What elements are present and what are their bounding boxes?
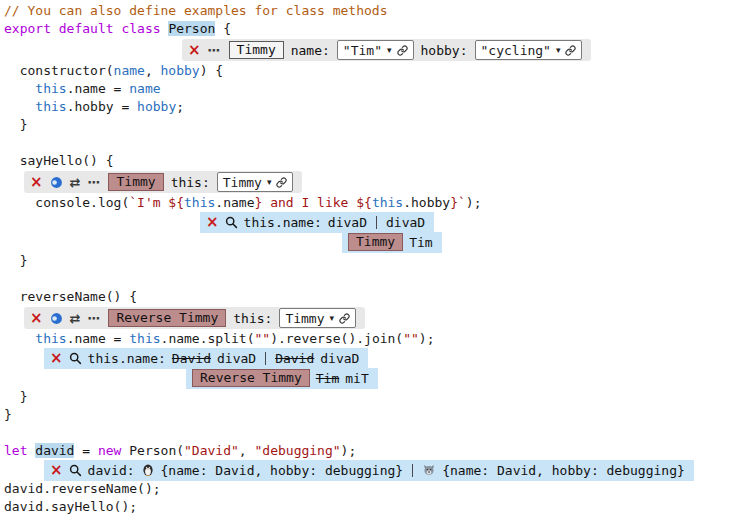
close-button[interactable]: × [30,175,43,190]
code-token: .hobby = [67,99,137,114]
search-icon[interactable] [69,464,82,477]
code-token: export default class [4,21,168,36]
close-button[interactable]: × [188,43,201,58]
code-line: } [4,252,749,270]
code-token: "debugging" [255,443,341,458]
code-token [4,81,35,96]
dropdown-value: Timmy [223,175,262,190]
code-token: "David" [184,443,239,458]
example-chip[interactable]: Reverse Timmy [192,369,310,387]
param-label: name: [291,43,330,58]
more-button[interactable]: ⋯ [208,44,222,57]
code-token: .name.split( [161,331,255,346]
blank-line [4,134,749,152]
code-token: , [145,63,161,78]
link-icon[interactable] [565,45,576,56]
link-icon[interactable] [339,313,350,324]
link-icon[interactable] [276,177,287,188]
probe-value: divaD [217,351,256,366]
probe-widget: ×this.name:divaDdivaD [200,212,434,233]
probe-value: {name: David, hobby: debugging} [161,463,404,478]
code-token [4,99,35,114]
probe-row: ×this.name:divaDdivaD [200,212,749,232]
probe-value: miT [345,371,368,386]
code-token: } and I like ${ [254,195,371,210]
toggle-button[interactable] [50,176,63,189]
code-token: .hobby [403,195,450,210]
code-token: }` [450,195,466,210]
swap-button[interactable]: ⇄ [70,176,81,189]
code-line: david.sayHello(); [4,498,749,516]
code-token: hobby [137,99,176,114]
dropdown-value: "Tim" [343,43,382,58]
code-token: "" [403,331,419,346]
example-widget: ×⇄⋯Reverse Timmythis:Timmy▾ [24,307,365,329]
code-line: david.reverseName(); [4,480,749,498]
code-token: ); [466,195,482,210]
probe-value: {name: David, hobby: debugging} [442,463,685,478]
chevron-down-icon: ▾ [387,45,392,55]
code-token: , [239,443,255,458]
code-token [4,331,35,346]
code-token: hobby [161,63,200,78]
code-token: ).reverse().join( [270,331,403,346]
dropdown-value: "cycling" [481,43,551,58]
code-token: david.reverseName(); [4,481,161,496]
probe-widget: ×this.name:DaviddivaDDaviddivaD [44,348,368,369]
toggle-button[interactable] [50,312,63,325]
close-button[interactable]: × [50,463,63,478]
code-token: { [215,21,231,36]
probe-sub-widget: Reverse TimmyTimmiT [186,368,378,389]
search-icon[interactable] [69,352,82,365]
code-token: ); [419,331,435,346]
code-token: } [4,407,12,422]
example-chip[interactable]: Reverse Timmy [108,309,226,327]
code-line: reverseName() { [4,288,749,306]
probe-value: divaD [320,351,359,366]
probe-label: david: [88,463,135,478]
code-line: // You can also define examples for clas… [4,2,749,20]
code-token: sayHello() { [4,153,114,168]
code-line: this.name = this.name.split("").reverse(… [4,330,749,348]
more-button[interactable]: ⋯ [87,312,101,325]
param-label: this: [171,175,210,190]
old-value: David [172,351,211,366]
search-icon[interactable] [225,216,238,229]
code-line: } [4,406,749,424]
code-line: let david = new Person("David", "debuggi… [4,442,749,460]
example-widget-row: ×⋯Timmyname:"Tim"▾hobby:"cycling"▾ [182,39,749,61]
code-token: } [4,117,27,132]
code-token: = [74,443,97,458]
more-button[interactable]: ⋯ [87,176,101,189]
code-token: ); [341,443,357,458]
probe-label: this.name: [244,215,322,230]
close-button[interactable]: × [206,215,219,230]
code-line: } [4,388,749,406]
probe-row: ×david:{name: David, hobby: debugging}{n… [44,460,749,480]
probe-row: ×this.name:DaviddivaDDaviddivaD [44,348,749,368]
code-token: this [35,99,66,114]
example-chip[interactable]: Timmy [108,173,163,191]
probe-sub-widget: TimmyTim [342,232,442,253]
example-widget: ×⇄⋯Timmythis:Timmy▾ [24,171,302,193]
param-dropdown[interactable]: "cycling"▾ [475,40,583,60]
code-token: constructor( [4,63,114,78]
probe-value: divaD [386,215,425,230]
link-icon[interactable] [397,45,408,56]
param-dropdown[interactable]: "Tim"▾ [337,40,414,60]
code-line: } [4,116,749,134]
code-token: .name = [67,331,130,346]
param-dropdown[interactable]: Timmy▾ [217,172,294,192]
example-chip[interactable]: Timmy [348,233,403,251]
code-token: } [4,253,27,268]
swap-button[interactable]: ⇄ [70,312,81,325]
example-chip[interactable]: Timmy [229,41,284,59]
close-button[interactable]: × [30,311,43,326]
code-token: name [129,81,160,96]
code-token: this [184,195,215,210]
code-token: let [4,443,35,458]
param-dropdown[interactable]: Timmy▾ [279,308,356,328]
code-token: "" [254,331,270,346]
close-button[interactable]: × [50,351,63,366]
code-line: export default class Person { [4,20,749,38]
